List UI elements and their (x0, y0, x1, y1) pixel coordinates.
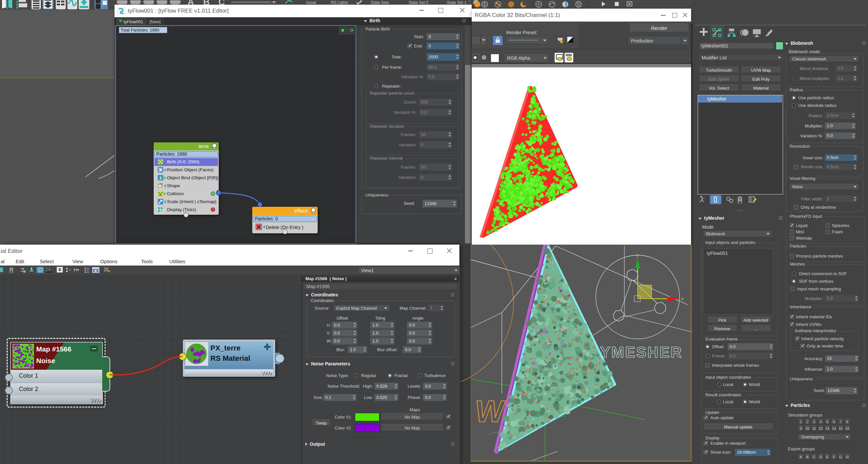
svg-text:y: y (636, 252, 639, 257)
svg-text:x: x (681, 296, 683, 301)
svg-text:YMESHER: YMESHER (600, 343, 682, 361)
